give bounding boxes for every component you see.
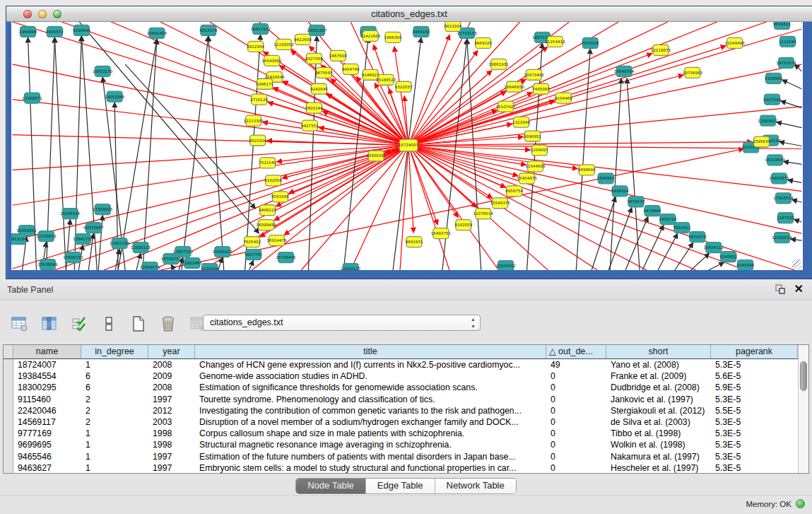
graph-node[interactable]: 16782759 <box>161 254 182 264</box>
cell-out_degree[interactable]: 0 <box>546 370 606 382</box>
graph-node[interactable]: 1112544 <box>779 36 796 47</box>
cell-in_degree[interactable]: 1 <box>81 428 148 439</box>
column-header-year[interactable]: year <box>148 345 195 358</box>
cell-year[interactable]: 2003 <box>148 416 195 428</box>
memory-indicator[interactable]: Memory: OK <box>746 499 805 508</box>
graph-node[interactable]: 2867608 <box>329 50 347 61</box>
cell-name[interactable]: 9463627 <box>13 462 81 473</box>
table-row[interactable]: 911546021997Tourette syndrome. Phenomeno… <box>4 394 798 405</box>
graph-node[interactable]: 16053170 <box>93 66 113 76</box>
black-edge[interactable] <box>79 22 259 233</box>
graph-node[interactable]: 20891406 <box>147 28 167 38</box>
graph-node[interactable]: 9819311 <box>773 22 791 29</box>
black-edge[interactable] <box>787 180 801 182</box>
cell-name[interactable]: 22420046 <box>13 405 81 416</box>
black-edge[interactable] <box>118 39 157 270</box>
red-edge[interactable] <box>61 22 408 146</box>
graph-node[interactable]: 18300295 <box>366 151 387 161</box>
red-edge[interactable] <box>13 146 408 206</box>
cell-short[interactable]: Jankovic et al. (1997) <box>606 394 711 405</box>
cell-short[interactable]: Nakamura et al. (1997) <box>606 451 711 462</box>
cell-out_degree[interactable]: 0 <box>546 416 606 428</box>
graph-node[interactable]: 7932621 <box>673 223 690 233</box>
graph-node[interactable]: 1595835 <box>753 136 770 147</box>
graph-node[interactable]: 7485083 <box>532 83 550 94</box>
cell-in_degree[interactable]: 1 <box>81 451 148 462</box>
graph-node[interactable]: 9675685 <box>315 67 333 78</box>
cell-title[interactable]: Embryonic stem cells: a model to study s… <box>195 462 546 473</box>
graph-node[interactable]: 8454749 <box>342 64 360 74</box>
table-row[interactable]: 969969511998Structural magnetic resonanc… <box>4 439 798 450</box>
graph-node[interactable]: 8561506 <box>271 192 289 202</box>
graph-node[interactable]: 1964840 <box>19 26 37 37</box>
black-edge[interactable] <box>709 262 724 270</box>
cell-out_degree[interactable]: 49 <box>546 359 606 370</box>
cell-title[interactable]: Tourette syndrome. Phenomenology and cla… <box>195 394 546 405</box>
cell-name[interactable]: 18724007 <box>13 359 81 370</box>
cell-year[interactable]: 1998 <box>148 428 195 439</box>
graph-node[interactable]: 8096951 <box>524 131 541 141</box>
cell-short[interactable]: Tibbo et al. (1998) <box>606 428 711 439</box>
tab-edge-table[interactable]: Edge Table <box>366 479 435 493</box>
cell-out_degree[interactable]: 0 <box>546 462 606 473</box>
cell-pagerank[interactable]: 5.9E-5 <box>711 382 798 393</box>
graph-node[interactable]: 15905135 <box>63 252 83 263</box>
graph-node[interactable]: 8815304 <box>249 135 266 146</box>
graph-node[interactable]: 18724007 <box>399 139 419 151</box>
graph-node[interactable]: 9669105 <box>474 37 492 48</box>
cell-in_degree[interactable]: 2 <box>81 405 148 416</box>
graph-node[interactable]: 15692971 <box>769 173 789 184</box>
red-edge[interactable] <box>408 142 753 146</box>
black-edge[interactable] <box>245 35 261 270</box>
graph-node[interactable]: 12505115 <box>131 243 151 253</box>
graph-node[interactable]: 8466160 <box>413 26 430 37</box>
table-options-icon[interactable] <box>10 314 30 334</box>
red-edge[interactable] <box>408 146 437 225</box>
graph-node[interactable]: 8912954 <box>247 41 264 52</box>
cell-in_degree[interactable]: 6 <box>81 382 148 393</box>
graph-node[interactable]: 8471676 <box>688 232 706 243</box>
column-header-name[interactable]: name <box>13 345 81 358</box>
table-scrollbar-thumb[interactable] <box>800 361 807 391</box>
cell-out_degree[interactable]: 0 <box>546 439 606 450</box>
graph-node[interactable]: 2405572 <box>46 26 64 37</box>
cell-pagerank[interactable]: 5.3E-5 <box>711 394 798 405</box>
cell-pagerank[interactable]: 5.3E-5 <box>711 439 798 450</box>
cell-out_degree[interactable]: 0 <box>546 451 606 462</box>
table-row[interactable]: 977716911998Corpus callosum shape and si… <box>4 428 798 439</box>
graph-node[interactable]: 11544609 <box>525 161 546 172</box>
cell-name[interactable]: 9465546 <box>13 451 81 462</box>
table-row[interactable]: 1456911722003Disruption of a novel membe… <box>4 416 798 428</box>
cell-year[interactable]: 1998 <box>148 439 195 450</box>
network-canvas[interactable]: 1964840240557291968482089140680131741941… <box>11 22 803 270</box>
table-row[interactable]: 1830029562008Estimation of significance … <box>4 382 798 393</box>
black-edge[interactable] <box>182 36 208 270</box>
cell-short[interactable]: Wolkin et al. (1998) <box>606 439 711 450</box>
cell-title[interactable]: Structural magnetic resonance image aver… <box>195 439 546 450</box>
cell-year[interactable]: 1997 <box>148 462 195 473</box>
graph-node[interactable]: 8139164 <box>201 264 218 270</box>
table-row[interactable]: 1938455462009Genome-wide association stu… <box>4 370 798 382</box>
graph-node[interactable]: 9396171 <box>256 78 273 89</box>
table-row[interactable]: 946362711997Embryonic stem cells: a mode… <box>4 462 798 473</box>
black-edge[interactable] <box>691 253 710 270</box>
graph-node[interactable]: 15718485 <box>276 252 296 263</box>
graph-node[interactable]: 2718126 <box>250 94 268 105</box>
graph-node[interactable]: 7625402 <box>243 237 261 247</box>
column-header-title[interactable]: title <box>195 345 546 358</box>
cell-year[interactable]: 2009 <box>148 370 195 382</box>
black-edge[interactable] <box>790 239 801 240</box>
cell-in_degree[interactable]: 2 <box>81 394 148 405</box>
cell-name[interactable]: 18300295 <box>13 382 81 393</box>
graph-node[interactable]: 11548498 <box>724 37 745 48</box>
cell-year[interactable]: 1997 <box>148 451 195 462</box>
graph-node[interactable]: 9498222 <box>259 205 276 216</box>
cell-pagerank[interactable]: 5.3E-5 <box>711 451 798 462</box>
float-window-icon[interactable] <box>775 284 786 294</box>
graph-node[interactable]: 2204097 <box>531 145 548 156</box>
graph-node[interactable]: 16543982 <box>261 55 281 66</box>
graph-node[interactable]: 10655287 <box>307 25 327 35</box>
graph-node[interactable]: 3913194 <box>11 234 27 245</box>
graph-node[interactable]: 8938924 <box>611 186 629 197</box>
cell-year[interactable]: 2012 <box>148 405 195 416</box>
